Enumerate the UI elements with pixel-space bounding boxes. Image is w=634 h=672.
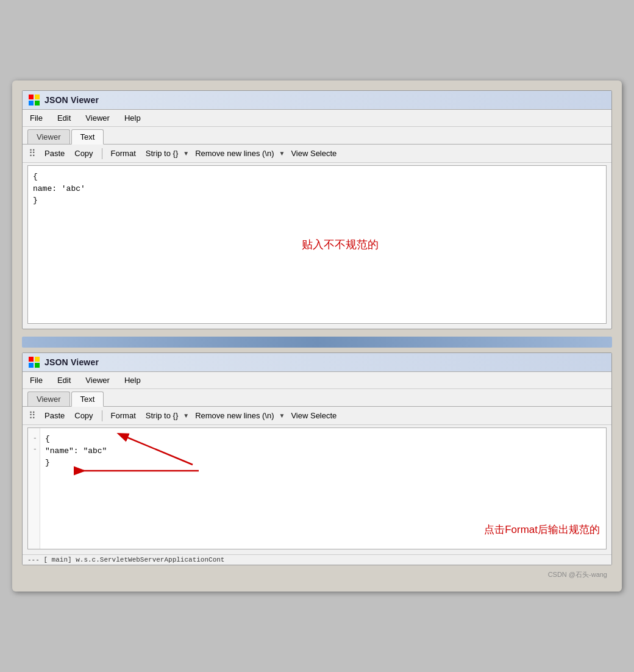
copy-button-1[interactable]: Copy: [71, 148, 96, 159]
remove-button-2[interactable]: Remove new lines (\n): [191, 410, 277, 421]
editor-content-2: { "name": "abc" }: [40, 428, 606, 549]
svg-rect-3: [35, 101, 40, 105]
tab-text-2[interactable]: Text: [71, 391, 104, 407]
view-selected-button-1[interactable]: View Selecte: [287, 148, 340, 159]
editor-area-2[interactable]: - - { "name": "abc" }: [27, 427, 607, 549]
json-viewer-icon: [29, 95, 40, 105]
menu-bar-1: File Edit Viewer Help: [23, 110, 611, 127]
menu-file-2[interactable]: File: [27, 374, 45, 386]
menu-help-2[interactable]: Help: [122, 374, 143, 386]
editor-line-1-1: {: [33, 171, 601, 183]
svg-rect-4: [29, 357, 34, 362]
toolbar-1: ⠿ Paste Copy Format Strip to {} ▼ Remove…: [23, 145, 611, 163]
strip-arrow-2[interactable]: ▼: [183, 412, 189, 419]
menu-help-1[interactable]: Help: [122, 112, 143, 124]
menu-edit-1[interactable]: Edit: [55, 112, 73, 124]
remove-dropdown-1: Remove new lines (\n) ▼: [191, 148, 285, 159]
window-title-2: JSON Viewer: [45, 357, 99, 367]
tabs-bar-1: Viewer Text: [23, 127, 611, 145]
svg-rect-1: [35, 95, 40, 99]
toolbar-sep-2: [102, 410, 102, 421]
menu-file-1[interactable]: File: [27, 112, 45, 124]
outer-wrapper: JSON Viewer File Edit Viewer Help Viewer…: [12, 80, 622, 592]
strip-button-1[interactable]: Strip to {}: [142, 148, 182, 159]
arrow-svg-2: [77, 452, 229, 489]
strip-arrow-1[interactable]: ▼: [183, 150, 189, 157]
tab-text-1[interactable]: Text: [71, 129, 104, 145]
remove-arrow-2[interactable]: ▼: [279, 412, 285, 419]
format-button-1[interactable]: Format: [107, 148, 140, 159]
tabs-bar-2: Viewer Text: [23, 389, 611, 407]
view-selected-button-2[interactable]: View Selecte: [287, 410, 340, 421]
paste-button-2[interactable]: Paste: [41, 410, 68, 421]
annotation-2: 点击Format后输出规范的: [484, 523, 600, 537]
line-gutter: - -: [28, 428, 40, 549]
svg-rect-0: [29, 95, 34, 99]
paste-button-1[interactable]: Paste: [41, 148, 68, 159]
menu-viewer-1[interactable]: Viewer: [83, 112, 112, 124]
tab-viewer-1[interactable]: Viewer: [27, 129, 70, 144]
json-viewer-icon-2: [29, 357, 40, 368]
csdn-watermark: CSDN @石头-wang: [22, 568, 612, 582]
strip-dropdown-1: Strip to {} ▼: [142, 148, 189, 159]
window-title-1: JSON Viewer: [45, 95, 99, 105]
editor-area-1[interactable]: { name: 'abc' } 贴入不不规范的: [27, 165, 607, 324]
menu-viewer-2[interactable]: Viewer: [83, 374, 112, 386]
window-panel-2: JSON Viewer File Edit Viewer Help Viewer…: [22, 352, 612, 565]
toolbar-sep-1: [102, 148, 102, 159]
strip-button-2[interactable]: Strip to {}: [142, 410, 182, 421]
svg-rect-2: [29, 101, 34, 105]
divider-strip: [22, 337, 612, 348]
format-button-2[interactable]: Format: [107, 410, 140, 421]
window-panel-1: JSON Viewer File Edit Viewer Help Viewer…: [22, 90, 612, 329]
gutter-minus-2: -: [30, 444, 37, 455]
editor-line-1-2: name: 'abc': [33, 183, 601, 195]
title-bar-2: JSON Viewer: [23, 353, 611, 372]
copy-button-2[interactable]: Copy: [71, 410, 96, 421]
remove-button-1[interactable]: Remove new lines (\n): [191, 148, 277, 159]
toolbar-grip-2: ⠿: [29, 410, 36, 421]
svg-rect-5: [35, 357, 40, 362]
gutter-minus-1: -: [30, 433, 37, 444]
svg-rect-6: [29, 363, 34, 368]
editor-line-1-3: }: [33, 195, 601, 207]
menu-edit-2[interactable]: Edit: [55, 374, 73, 386]
remove-dropdown-2: Remove new lines (\n) ▼: [191, 410, 285, 421]
toolbar-2: ⠿ Paste Copy Format Strip to {} ▼ Remove…: [23, 407, 611, 425]
toolbar-grip-1: ⠿: [29, 148, 36, 159]
title-bar-1: JSON Viewer: [23, 91, 611, 110]
annotation-1: 贴入不不规范的: [302, 237, 379, 252]
svg-rect-7: [35, 363, 40, 368]
status-bar: --- [ main] w.s.c.ServletWebServerApplic…: [23, 554, 611, 565]
remove-arrow-1[interactable]: ▼: [279, 150, 285, 157]
tab-viewer-2[interactable]: Viewer: [27, 391, 70, 406]
menu-bar-2: File Edit Viewer Help: [23, 372, 611, 389]
strip-dropdown-2: Strip to {} ▼: [142, 410, 189, 421]
